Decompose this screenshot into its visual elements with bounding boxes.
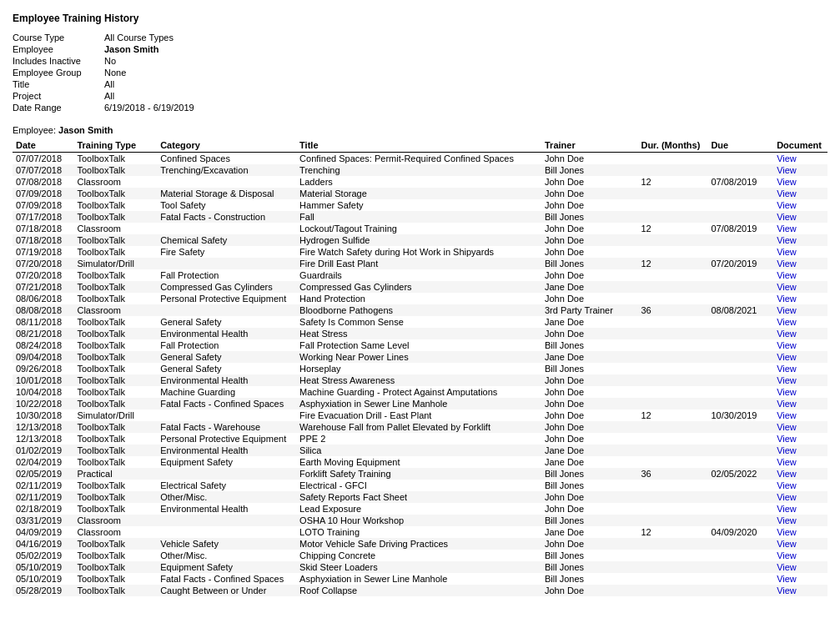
project-value: All — [104, 91, 114, 101]
cell-document: View — [773, 211, 827, 223]
includes-inactive-label: Includes Inactive — [13, 56, 104, 66]
view-document-link[interactable]: View — [777, 224, 797, 234]
view-document-link[interactable]: View — [777, 340, 797, 350]
view-document-link[interactable]: View — [777, 305, 797, 315]
cell-title: Ladders — [296, 176, 541, 188]
view-document-link[interactable]: View — [777, 574, 797, 584]
view-document-link[interactable]: View — [777, 235, 797, 245]
view-document-link[interactable]: View — [777, 282, 797, 292]
view-document-link[interactable]: View — [777, 153, 797, 163]
cell-type: ToolboxTalk — [73, 561, 157, 573]
view-document-link[interactable]: View — [777, 399, 797, 409]
cell-type: ToolboxTalk — [73, 153, 157, 165]
cell-document: View — [773, 304, 827, 316]
cell-document: View — [773, 421, 827, 433]
view-document-link[interactable]: View — [777, 469, 797, 479]
cell-document: View — [773, 561, 827, 573]
view-document-link[interactable]: View — [777, 550, 797, 560]
table-row: 05/28/2019ToolboxTalkCaught Between or U… — [13, 585, 827, 596]
cell-date: 07/07/2018 — [13, 153, 73, 165]
view-document-link[interactable]: View — [777, 375, 797, 385]
view-document-link[interactable]: View — [777, 200, 797, 210]
cell-type: ToolboxTalk — [73, 328, 157, 339]
cell-type: ToolboxTalk — [73, 550, 157, 561]
view-document-link[interactable]: View — [777, 422, 797, 432]
view-document-link[interactable]: View — [777, 259, 797, 269]
cell-title: Bloodborne Pathogens — [296, 304, 541, 316]
view-document-link[interactable]: View — [777, 317, 797, 327]
cell-type: ToolboxTalk — [73, 351, 157, 363]
view-document-link[interactable]: View — [777, 364, 797, 374]
cell-due — [707, 480, 773, 491]
cell-category: Fall Protection — [157, 339, 296, 351]
cell-document: View — [773, 363, 827, 374]
cell-title: OSHA 10 Hour Workshop — [296, 515, 541, 526]
cell-due — [707, 503, 773, 515]
cell-date: 02/04/2019 — [13, 456, 73, 468]
cell-date: 08/08/2018 — [13, 304, 73, 316]
cell-document: View — [773, 526, 827, 538]
cell-document: View — [773, 258, 827, 269]
view-document-link[interactable]: View — [777, 165, 797, 175]
table-row: 07/09/2018ToolboxTalkTool SafetyHammer S… — [13, 199, 827, 211]
cell-trainer: Bill Jones — [541, 339, 637, 351]
view-document-link[interactable]: View — [777, 329, 797, 339]
cell-trainer: John Doe — [541, 293, 637, 304]
cell-category: Chemical Safety — [157, 234, 296, 246]
col-header-type: Training Type — [73, 138, 157, 153]
view-document-link[interactable]: View — [777, 212, 797, 222]
view-document-link[interactable]: View — [777, 247, 797, 257]
cell-due — [707, 550, 773, 561]
table-row: 04/16/2019ToolboxTalkVehicle SafetyMotor… — [13, 538, 827, 550]
cell-trainer: Bill Jones — [541, 363, 637, 374]
view-document-link[interactable]: View — [777, 270, 797, 280]
cell-title: Fall — [296, 211, 541, 223]
col-header-document: Document — [773, 138, 827, 153]
view-document-link[interactable]: View — [777, 480, 797, 490]
view-document-link[interactable]: View — [777, 539, 797, 549]
cell-title: Skid Steer Loaders — [296, 561, 541, 573]
cell-type: ToolboxTalk — [73, 293, 157, 304]
cell-trainer: Bill Jones — [541, 468, 637, 480]
table-row: 07/20/2018Simulator/DrillFire Drill East… — [13, 258, 827, 269]
view-document-link[interactable]: View — [777, 527, 797, 537]
cell-due — [707, 234, 773, 246]
cell-category: Electrical Safety — [157, 480, 296, 491]
view-document-link[interactable]: View — [777, 177, 797, 187]
cell-document: View — [773, 164, 827, 176]
view-document-link[interactable]: View — [777, 585, 797, 595]
cell-title: Hand Protection — [296, 293, 541, 304]
cell-date: 07/09/2018 — [13, 188, 73, 199]
cell-trainer: 3rd Party Trainer — [541, 304, 637, 316]
cell-title: Hammer Safety — [296, 199, 541, 211]
cell-duration — [637, 491, 707, 503]
cell-duration: 12 — [637, 176, 707, 188]
table-row: 07/20/2018ToolboxTalkFall ProtectionGuar… — [13, 269, 827, 281]
cell-duration — [637, 211, 707, 223]
view-document-link[interactable]: View — [777, 410, 797, 420]
view-document-link[interactable]: View — [777, 562, 797, 572]
cell-category: Fall Protection — [157, 269, 296, 281]
view-document-link[interactable]: View — [777, 504, 797, 514]
table-row: 08/11/2018ToolboxTalkGeneral SafetySafet… — [13, 316, 827, 328]
cell-duration: 12 — [637, 409, 707, 421]
view-document-link[interactable]: View — [777, 445, 797, 455]
view-document-link[interactable]: View — [777, 352, 797, 362]
cell-document: View — [773, 585, 827, 596]
view-document-link[interactable]: View — [777, 457, 797, 467]
cell-type: ToolboxTalk — [73, 339, 157, 351]
view-document-link[interactable]: View — [777, 434, 797, 444]
view-document-link[interactable]: View — [777, 188, 797, 198]
cell-document: View — [773, 293, 827, 304]
project-label: Project — [13, 91, 104, 101]
cell-document: View — [773, 538, 827, 550]
cell-date: 10/22/2018 — [13, 398, 73, 409]
view-document-link[interactable]: View — [777, 515, 797, 525]
view-document-link[interactable]: View — [777, 492, 797, 502]
table-row: 10/22/2018ToolboxTalkFatal Facts - Confi… — [13, 398, 827, 409]
cell-duration: 36 — [637, 304, 707, 316]
employee-group-value: None — [104, 68, 126, 78]
cell-document: View — [773, 153, 827, 165]
view-document-link[interactable]: View — [777, 387, 797, 397]
view-document-link[interactable]: View — [777, 294, 797, 304]
